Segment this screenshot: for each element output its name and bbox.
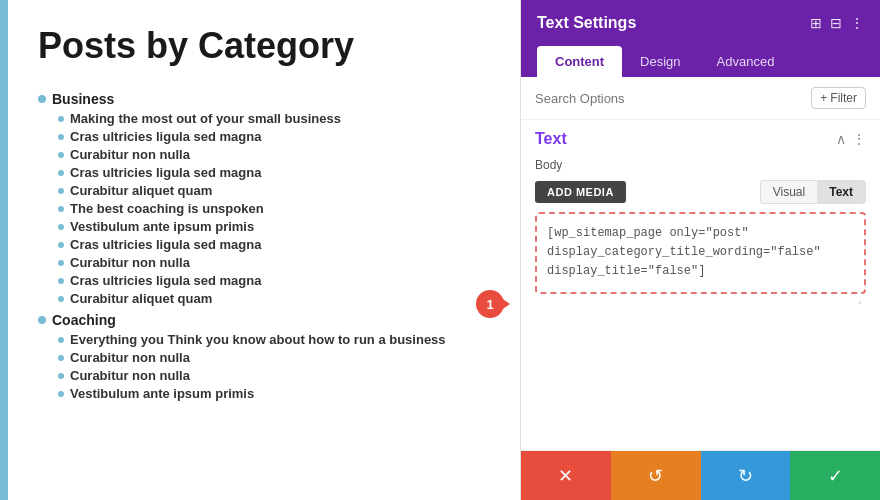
body-label: Body — [535, 158, 866, 172]
list-item: Cras ultricies ligula sed magna — [58, 273, 490, 288]
cancel-icon: ✕ — [558, 465, 573, 487]
text-section-header: Text ∧ ⋮ — [535, 130, 866, 148]
list-item: Everything you Think you know about how … — [58, 332, 490, 347]
list-item: Curabitur non nulla — [58, 147, 490, 162]
resize-icon[interactable]: ⊞ — [810, 15, 822, 31]
tab-advanced[interactable]: Advanced — [699, 46, 793, 77]
panel-body: + Filter Text ∧ ⋮ Body ADD MEDIA Visual … — [521, 77, 880, 450]
list-item: Curabitur aliquet quam — [58, 183, 490, 198]
redo-button[interactable]: ↻ — [701, 451, 791, 500]
redo-icon: ↻ — [738, 465, 753, 487]
more-options-icon[interactable]: ⋮ — [850, 15, 864, 31]
resize-handle[interactable]: ⌟ — [535, 294, 866, 305]
filter-button[interactable]: + Filter — [811, 87, 866, 109]
search-input[interactable] — [535, 91, 803, 106]
category-item-business: Business Making the most out of your sma… — [38, 91, 490, 306]
panel-footer: ✕ ↺ ↻ ✓ — [521, 450, 880, 500]
list-item: Curabitur aliquet quam — [58, 291, 490, 306]
sub-list-coaching: Everything you Think you know about how … — [38, 332, 490, 401]
search-bar: + Filter — [521, 77, 880, 120]
section-more-icon[interactable]: ⋮ — [852, 131, 866, 147]
panel-header-icons: ⊞ ⊟ ⋮ — [810, 15, 864, 31]
list-item: Cras ultricies ligula sed magna — [58, 165, 490, 180]
list-item-coaching: The best coaching is unspoken — [58, 201, 490, 216]
filter-label: Filter — [830, 91, 857, 105]
settings-panel: Text Settings ⊞ ⊟ ⋮ Content Design Advan… — [520, 0, 880, 500]
list-item: Curabitur non nulla — [58, 350, 490, 365]
list-item: Vestibulum ante ipsum primis — [58, 386, 490, 401]
list-item: Cras ultricies ligula sed magna — [58, 129, 490, 144]
media-toolbar: ADD MEDIA Visual Text — [535, 180, 866, 204]
category-item-coaching: Coaching Everything you Think you know a… — [38, 312, 490, 401]
step-badge-1: 1 — [476, 290, 504, 318]
category-label-business: Business — [38, 91, 490, 107]
category-list: Business Making the most out of your sma… — [38, 91, 490, 401]
left-panel: Posts by Category Business Making the mo… — [8, 0, 520, 500]
undo-icon: ↺ — [648, 465, 663, 487]
panel-header: Text Settings ⊞ ⊟ ⋮ — [521, 0, 880, 46]
text-section-title: Text — [535, 130, 567, 148]
list-item: Curabitur non nulla — [58, 368, 490, 383]
columns-icon[interactable]: ⊟ — [830, 15, 842, 31]
tab-design[interactable]: Design — [622, 46, 698, 77]
plus-icon: + — [820, 91, 827, 105]
confirm-icon: ✓ — [828, 465, 843, 487]
list-item: Making the most out of your small busine… — [58, 111, 490, 126]
text-section: Text ∧ ⋮ Body ADD MEDIA Visual Text [wp_… — [521, 120, 880, 315]
panel-title: Text Settings — [537, 14, 636, 32]
text-view-button[interactable]: Text — [817, 181, 865, 203]
view-toggle: Visual Text — [760, 180, 866, 204]
add-media-button[interactable]: ADD MEDIA — [535, 181, 626, 203]
list-item: Vestibulum ante ipsum primis — [58, 219, 490, 234]
panel-tabs: Content Design Advanced — [521, 46, 880, 77]
editor-content: [wp_sitemap_page only="post" display_cat… — [547, 226, 821, 278]
page-title: Posts by Category — [38, 24, 490, 67]
category-label-coaching: Coaching — [38, 312, 490, 328]
chevron-up-icon[interactable]: ∧ — [836, 131, 846, 147]
visual-view-button[interactable]: Visual — [761, 181, 817, 203]
text-section-icons: ∧ ⋮ — [836, 131, 866, 147]
list-item: Cras ultricies ligula sed magna — [58, 237, 490, 252]
tab-content[interactable]: Content — [537, 46, 622, 77]
undo-button[interactable]: ↺ — [611, 451, 701, 500]
confirm-button[interactable]: ✓ — [790, 451, 880, 500]
sub-list-business: Making the most out of your small busine… — [38, 111, 490, 306]
text-editor[interactable]: [wp_sitemap_page only="post" display_cat… — [535, 212, 866, 294]
teal-accent-bar — [0, 0, 8, 500]
list-item: Curabitur non nulla — [58, 255, 490, 270]
cancel-button[interactable]: ✕ — [521, 451, 611, 500]
